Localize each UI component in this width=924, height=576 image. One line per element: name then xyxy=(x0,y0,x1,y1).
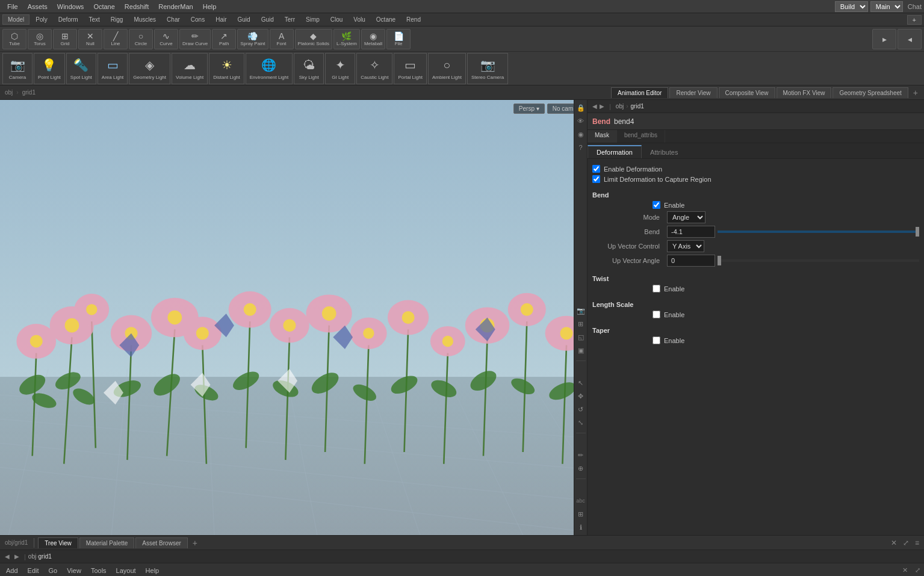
bottom-close-btn[interactable]: ✕ xyxy=(888,539,899,547)
tree-view-tab[interactable]: Tree View xyxy=(38,537,78,548)
shading-icon[interactable]: ▣ xyxy=(575,345,586,356)
bottom-tab-add[interactable]: + xyxy=(189,537,201,549)
add-shelf-btn[interactable]: + xyxy=(907,15,922,25)
null-button[interactable]: ✕Null xyxy=(78,29,102,49)
node-menu-go[interactable]: Go xyxy=(46,567,60,574)
node-menu-help[interactable]: Help xyxy=(143,567,162,574)
menu-windows[interactable]: Windows xyxy=(52,2,89,11)
bend-value-input[interactable] xyxy=(667,226,715,238)
breadcrumb-obj[interactable]: obj xyxy=(616,103,624,110)
deformation-tab[interactable]: Deformation xyxy=(588,145,642,158)
node-nav-fwd[interactable]: ▶ xyxy=(12,553,22,560)
shelf-tab-muscles[interactable]: Muscles xyxy=(129,15,161,24)
bend-slider-thumb[interactable] xyxy=(916,227,919,237)
grid-display-icon[interactable]: ⊞ xyxy=(575,318,586,329)
breadcrumb-arrow-fwd[interactable]: ▶ xyxy=(600,103,604,110)
menu-assets[interactable]: Assets xyxy=(23,2,52,11)
bottom-path-obj[interactable]: obj/grid1 xyxy=(2,539,30,546)
spot-light-button[interactable]: 🔦 Spot Light xyxy=(66,53,96,84)
shelf-tab-model[interactable]: Model xyxy=(2,14,29,25)
view-tab-render-view[interactable]: Render View xyxy=(669,87,717,98)
metaball-button[interactable]: ◉Metaball xyxy=(361,29,385,49)
view-tab-motion-fx[interactable]: Motion FX View xyxy=(777,87,832,98)
up-vector-angle-slider[interactable] xyxy=(718,259,919,262)
bottom-collapse-btn[interactable]: ≡ xyxy=(913,539,922,547)
point-light-button[interactable]: 💡 Point Light xyxy=(34,53,65,84)
platonic-button[interactable]: ◆Platonic Solids xyxy=(295,29,332,49)
view-tab-geometry[interactable]: Geometry Spreadsheet xyxy=(833,87,908,98)
bend-slider[interactable] xyxy=(718,231,919,233)
view-path-grid1[interactable]: grid1 xyxy=(20,89,38,96)
select-icon[interactable]: ↖ xyxy=(575,377,586,388)
view-path-obj[interactable]: obj xyxy=(2,89,15,96)
paint-icon[interactable]: ✏ xyxy=(575,450,586,460)
caustic-light-button[interactable]: ✧ Caustic Light xyxy=(356,53,392,84)
view-tab-anim-editor[interactable]: Animation Editor xyxy=(611,87,668,98)
up-vector-angle-input[interactable] xyxy=(667,255,715,267)
length-scale-enable-checkbox[interactable] xyxy=(653,311,660,318)
move-icon[interactable]: ✥ xyxy=(575,391,586,401)
tube-button[interactable]: ⬡Tube xyxy=(2,29,26,49)
viewport[interactable]: Persp ▾ No cam ▾ 🔒 👁 ◉ ? 📷 ⊞ ◱ ▣ ↖ ✥ ↺ ⤡… xyxy=(0,100,587,535)
node-menu-view[interactable]: View xyxy=(64,567,84,574)
node-menu-layout[interactable]: Layout xyxy=(114,567,138,574)
node-path-obj[interactable]: obj xyxy=(28,553,36,560)
file-button[interactable]: 📄File xyxy=(386,29,411,49)
node-menu-add[interactable]: Add xyxy=(4,567,20,574)
environment-light-button[interactable]: 🌐 Environment Light xyxy=(246,53,293,84)
mode-select[interactable]: Angle Length xyxy=(667,211,705,223)
node-menu-tools[interactable]: Tools xyxy=(88,567,109,574)
distant-light-button[interactable]: ☀ Distant Light xyxy=(209,53,244,84)
node-nav-back[interactable]: ◀ xyxy=(2,553,12,560)
mask-tab[interactable]: Mask xyxy=(588,130,617,143)
collapse-toolbar-btn[interactable]: ◂ xyxy=(898,29,922,49)
shelf-tab-guid1[interactable]: Guid xyxy=(233,15,255,24)
shelf-tab-rend[interactable]: Rend xyxy=(402,15,426,24)
view-tab-add[interactable]: + xyxy=(910,87,922,99)
shelf-tab-text[interactable]: Text xyxy=(84,15,105,24)
render-icon[interactable]: ◉ xyxy=(575,129,586,140)
material-palette-tab[interactable]: Material Palette xyxy=(79,537,134,548)
expand-toolbar-btn[interactable]: ▸ xyxy=(872,29,896,49)
gi-light-button[interactable]: ✦ GI Light xyxy=(325,53,355,84)
camera-button[interactable]: 📷 Camera xyxy=(2,53,33,84)
question-icon[interactable]: ? xyxy=(575,142,586,153)
menu-octane[interactable]: Octane xyxy=(88,2,119,11)
taper-enable-checkbox[interactable] xyxy=(653,336,660,344)
curve-button[interactable]: ∿Curve xyxy=(154,29,178,49)
main-selector[interactable]: Main xyxy=(870,1,903,12)
persp-button[interactable]: Persp ▾ xyxy=(513,104,545,114)
torus-button[interactable]: ◎Torus xyxy=(28,29,52,49)
breadcrumb-arrow-back[interactable]: ◀ xyxy=(592,103,597,110)
asset-browser-tab[interactable]: Asset Browser xyxy=(135,537,187,548)
portal-light-button[interactable]: ▭ Portal Light xyxy=(394,53,426,84)
node-path-grid1[interactable]: grid1 xyxy=(39,553,52,560)
shelf-tab-deform[interactable]: Deform xyxy=(54,15,83,24)
camera-mode-icon[interactable]: 📷 xyxy=(575,305,586,316)
up-vector-select[interactable]: Y Axis X Axis Z Axis xyxy=(667,240,704,252)
spray-paint-button[interactable]: 💨Spray Paint xyxy=(237,29,268,49)
shelf-tab-cons[interactable]: Cons xyxy=(186,15,209,24)
menu-help[interactable]: Help xyxy=(198,2,222,11)
menu-redshift[interactable]: Redshift xyxy=(120,2,153,11)
draw-curve-button[interactable]: ✏Draw Curve xyxy=(179,29,211,49)
shelf-tab-clou[interactable]: Clou xyxy=(326,15,348,24)
circle-button[interactable]: ○Circle xyxy=(129,29,153,49)
shelf-tab-guid2[interactable]: Guid xyxy=(256,15,279,24)
attributes-tab[interactable]: Attributes xyxy=(642,146,686,158)
rotate-icon[interactable]: ↺ xyxy=(575,404,586,415)
shelf-tab-hair[interactable]: Hair xyxy=(211,15,231,24)
menu-file[interactable]: File xyxy=(2,2,23,11)
font-button[interactable]: AFont xyxy=(270,29,294,49)
build-selector[interactable]: Build xyxy=(835,1,868,12)
shelf-tab-terr[interactable]: Terr xyxy=(280,15,300,24)
grid-toggle-icon[interactable]: ⊞ xyxy=(575,509,586,519)
shelf-tab-rigg[interactable]: Rigg xyxy=(106,15,128,24)
shelf-tab-char[interactable]: Char xyxy=(162,15,185,24)
snap-icon[interactable]: ⊕ xyxy=(575,463,586,474)
sky-light-button[interactable]: 🌤 Sky Light xyxy=(294,53,324,84)
twist-enable-checkbox[interactable] xyxy=(653,285,660,293)
breadcrumb-grid1[interactable]: grid1 xyxy=(631,103,644,110)
area-light-button[interactable]: ▭ Area Light xyxy=(98,53,128,84)
info-icon[interactable]: ℹ xyxy=(575,522,586,533)
